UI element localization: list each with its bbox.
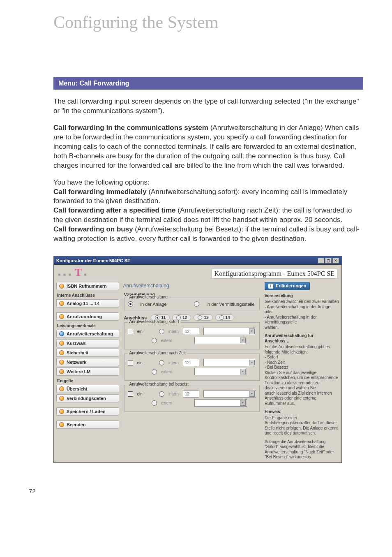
zeit-extern-select[interactable]: ▾ [194,368,247,375]
bullet-icon [59,386,64,391]
group-besetzt: Anrufweiterschaltung bei besetzt ein int… [124,385,260,412]
chevron-down-icon: ▾ [240,337,246,343]
besetzt-intern-value[interactable]: 12 [183,390,199,398]
tab-label: 14 [226,315,230,320]
lbl-ein: ein [137,361,143,365]
radio-label-vermittlung: in der Vermittlungsstelle [207,302,255,307]
sofort-extern-select[interactable]: ▾ [194,337,247,344]
radio-sofort-extern[interactable] [152,338,157,343]
chevron-down-icon: ▾ [240,400,246,406]
info-h2: Anrufweiterschaltung für Anschluss… [265,333,339,344]
bullet-icon [59,422,64,427]
page-number: 72 [29,488,363,495]
maximize-icon[interactable]: ▢ [325,258,332,263]
cfb-heading: Call forwarding on busy [53,225,133,233]
center-panel: Anrufweiterschaltung Voreinstellung Anru… [122,282,261,460]
group-sofort-label: Anrufweiterschaltung sofort [128,319,181,324]
info-h1: Voreinstellung [265,294,339,299]
tab-label: 12 [182,315,187,320]
sidebar-item-anrufzuordnung[interactable]: Anrufzuordnung [56,312,119,321]
sidebar-item-isdn[interactable]: ISDN Rufnummern [56,282,119,290]
sidebar-item-verbindungsdaten[interactable]: Verbindungsdaten [56,394,119,402]
info-p2: Für die Anrufweiterschaltung gibt es fol… [265,344,339,406]
lbl-extern: extern [161,401,173,405]
chk-sofort-ein[interactable] [128,329,133,334]
cfi-heading: Call forwarding immediately [53,188,147,196]
lbl-ein: ein [137,329,143,334]
sidebar-item-label: Anrufweiterschaltung [67,331,113,336]
minimize-icon[interactable]: _ [318,258,324,263]
radio-in-vermittlung[interactable] [194,301,199,307]
radio-besetzt-extern[interactable] [152,400,157,406]
cft-heading: Call forwarding after a specified time [53,206,176,214]
sidebar-item-label: Netzwerk [67,360,86,365]
sidebar-item-sicherheit[interactable]: Sicherheit [56,349,119,357]
radio-in-anlage[interactable] [128,301,133,307]
sidebar-item-label: Weitere LM [67,369,90,374]
chevron-down-icon: ▾ [249,328,255,334]
tab-label: 13 [204,315,208,320]
app-logo: T [75,266,83,278]
radio-zeit-extern[interactable] [152,369,157,374]
besetzt-intern-select[interactable]: ▾ [203,390,256,398]
sidebar-item-speichern[interactable]: Speichern / Laden [56,407,119,416]
lbl-ein: ein [137,392,143,396]
chevron-down-icon: ▾ [240,369,246,374]
chk-besetzt-ein[interactable] [128,391,133,397]
chk-zeit-ein[interactable] [128,360,133,365]
bullet-icon [59,360,64,365]
info-p4: Solange die Anrufweiterschaltung "Sofort… [265,439,339,460]
bullet-icon [59,314,64,319]
sofort-intern-select[interactable]: ▾ [203,328,256,335]
sidebar-item-anrufweiterschaltung[interactable]: Anrufweiterschaltung [56,330,119,338]
radio-zeit-intern[interactable] [159,360,164,365]
preset-sub: Anrufweiterschaltung [128,295,169,299]
tab-14[interactable]: 14 [215,314,234,321]
sidebar-item-label: Übersicht [67,386,88,391]
sidebar-heading-interne: Interne Anschlüsse [56,291,119,298]
section-heading-bar: Menu: Call Forwarding [53,77,363,90]
bullet-icon [59,301,64,306]
radio-label-anlage: in der Anlage [141,302,167,307]
lbl-intern: intern [168,361,179,365]
lbl-extern: extern [161,338,173,343]
sidebar-item-weitere[interactable]: Weitere LM [56,367,119,376]
close-icon[interactable]: ✕ [332,258,339,263]
group-zeit: Anrufweiterschaltung nach Zeit ein inter… [124,354,260,381]
info-panel: i Erläuterungen Voreinstellung Sie könne… [265,282,339,460]
radio-besetzt-intern[interactable] [159,391,164,397]
lbl-intern: intern [168,329,179,334]
sidebar-item-netzwerk[interactable]: Netzwerk [56,358,119,366]
window-titlebar: Konfigurator der Eumex 504PC SE _ ▢ ✕ [54,257,341,265]
sidebar-item-label: Speichern / Laden [67,409,106,414]
sidebar-item-label: Beenden [67,422,85,427]
bullet-icon [59,396,64,401]
info-h3: Hinweis: [265,409,339,415]
window-title: Konfigurator der Eumex 504PC SE [56,258,130,263]
sidebar-item-uebersicht[interactable]: Übersicht [56,385,119,393]
options-lead: You have the following options: [53,178,150,186]
radio-sofort-intern[interactable] [159,329,164,334]
sofort-intern-value[interactable]: 12 [183,328,199,335]
tab-13[interactable]: 13 [194,314,212,321]
sidebar-item-label: Kurzwahl [67,341,87,346]
info-p3: Die Eingabe einer Amtsbelegungskennziffe… [265,416,339,436]
chevron-down-icon: ▾ [249,391,255,397]
sidebar-item-analog[interactable]: Analog 11 ... 14 [56,299,119,307]
zeit-intern-select[interactable]: ▾ [203,359,256,366]
sidebar-item-kurzwahl[interactable]: Kurzwahl [56,339,119,347]
bullet-icon [59,409,64,414]
zeit-intern-value[interactable]: 12 [183,359,199,366]
info-button[interactable]: i Erläuterungen [265,282,310,290]
sidebar-heading-leistung: Leistungsmerkmale [56,322,119,328]
sidebar-item-label: Sicherheit [67,350,88,355]
besetzt-extern-select[interactable]: ▾ [194,399,247,407]
sidebar-item-beenden[interactable]: Beenden [56,421,119,429]
info-p1: Sie können zwischen den zwei Varianten -… [265,299,339,330]
bullet-icon [59,341,64,346]
lbl-intern: intern [168,392,179,396]
bullet-icon [59,350,64,355]
info-icon: i [268,284,273,289]
bullet-icon [59,284,64,289]
cfcs-paragraph: Call forwarding in the communications sy… [53,123,363,171]
